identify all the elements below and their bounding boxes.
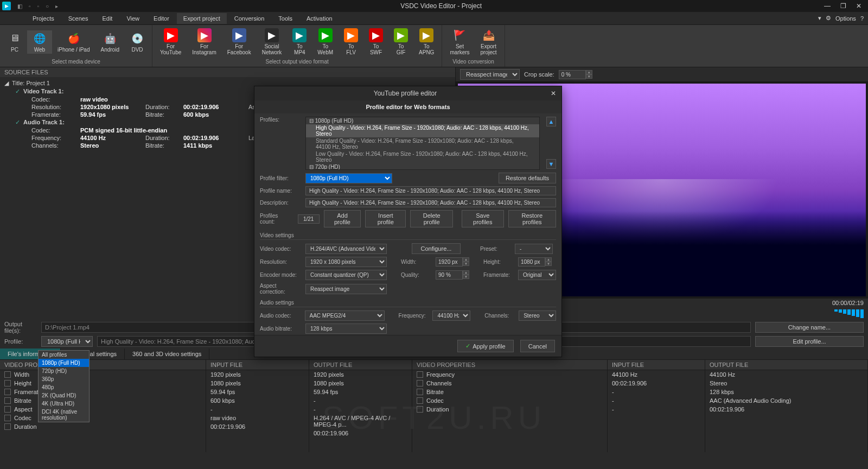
tab-----and--d-video-settings[interactable]: 360 and 3D video settings — [125, 348, 209, 359]
qa-open-icon[interactable]: ▫ — [29, 3, 31, 9]
menu-activation[interactable]: Activation — [300, 13, 339, 24]
audio-codec-select[interactable]: AAC MPEG2/4 — [305, 310, 385, 321]
edit-profile-button[interactable]: Edit profile... — [755, 336, 864, 347]
format-network[interactable]: ▶SocialNetwork — [257, 27, 288, 56]
channels-select[interactable]: Stereo — [519, 310, 556, 321]
options-label[interactable]: Options — [835, 15, 856, 22]
preset-select[interactable]: - — [515, 244, 553, 254]
format-youtube[interactable]: ▶ForYouTube — [155, 27, 187, 56]
profile-dropdown[interactable]: All profiles1080p (Full HD)720p (HD)360p… — [38, 350, 90, 422]
frequency-select[interactable]: 44100 Hz — [432, 310, 470, 321]
format-webm[interactable]: ▶ToWebM — [312, 27, 339, 56]
format-facebook[interactable]: ▶ForFacebook — [222, 27, 257, 56]
crop-spinner[interactable]: ▲▼ — [559, 70, 592, 79]
format-apng[interactable]: ▶ToAPNG — [413, 27, 439, 56]
dropdown-option[interactable]: DCI 4K (native resolution) — [39, 408, 89, 422]
checkbox[interactable] — [4, 397, 11, 404]
configure-button[interactable]: Configure... — [412, 243, 461, 254]
device-pc[interactable]: 🖥PC — [2, 30, 27, 54]
profile-item[interactable]: Low Quality - Video: H.264, Frame Size -… — [306, 150, 539, 163]
resolution-select[interactable]: 1920 x 1080 pixels — [305, 257, 387, 267]
profile-select[interactable]: 1080p (Full HD) — [41, 336, 93, 347]
checkbox[interactable] — [4, 415, 11, 421]
move-up-button[interactable]: ▲ — [546, 117, 556, 126]
dropdown-option[interactable]: 2K (Quad HD) — [39, 391, 89, 400]
insert-profile-button[interactable]: Insert profile — [365, 210, 406, 227]
profile-item[interactable]: Standard Quality - Video: H.264, Frame S… — [306, 137, 539, 150]
format-flv[interactable]: ▶ToFLV — [339, 27, 363, 56]
close-button[interactable]: ✕ — [856, 2, 861, 10]
cancel-button[interactable]: Cancel — [520, 340, 555, 352]
minimize-button[interactable]: — — [824, 2, 831, 10]
height-spinner[interactable]: ▲▼ — [518, 257, 552, 267]
dropdown-option[interactable]: 720p (HD) — [39, 367, 89, 375]
video-codec-select[interactable]: H.264/AVC (Advanced Video Coding — [305, 244, 387, 254]
add-profile-button[interactable]: Add profile — [324, 210, 361, 227]
save-profiles-button[interactable]: Save profiles — [462, 210, 504, 227]
dropdown-option[interactable]: 360p — [39, 375, 89, 383]
prop-row: Codec — [412, 396, 607, 405]
dropdown-option[interactable]: 4K (Ultra HD) — [39, 400, 89, 408]
aspect-correction-select[interactable]: Reaspect image — [305, 284, 387, 294]
checkbox[interactable] — [4, 371, 11, 378]
menu-export-project[interactable]: Export project — [177, 13, 227, 24]
menu-edit[interactable]: Edit — [95, 13, 119, 24]
menu-tools[interactable]: Tools — [272, 13, 299, 24]
format-mp4[interactable]: ▶ToMP4 — [287, 27, 312, 56]
menu-view[interactable]: View — [120, 13, 146, 24]
dropdown-option[interactable]: 480p — [39, 383, 89, 391]
dropdown-option[interactable]: 1080p (Full HD) — [39, 359, 89, 367]
device-dvd[interactable]: 💿DVD — [125, 30, 150, 54]
qa-save-icon[interactable]: ▫ — [37, 3, 40, 9]
profile-filter-select[interactable]: 1080p (Full HD) — [305, 173, 392, 183]
maximize-button[interactable]: ❐ — [840, 2, 846, 10]
device-android[interactable]: 🤖Android — [95, 30, 125, 54]
width-spinner[interactable]: ▲▼ — [436, 257, 469, 267]
profiles-list[interactable]: ⊟ 1080p (Full HD)High Quality - Video: H… — [305, 117, 540, 170]
checkbox[interactable] — [417, 406, 423, 413]
audio-bitrate-select[interactable]: 128 kbps — [305, 324, 387, 334]
quality-spinner[interactable]: ▲▼ — [436, 270, 469, 280]
device-iphoneipad[interactable]: 🍎iPhone / iPad — [52, 30, 95, 54]
checkbox[interactable] — [4, 406, 11, 413]
format-gif[interactable]: ▶ToGIF — [388, 27, 413, 56]
profile-group[interactable]: ⊟ 1080p (Full HD) — [306, 117, 539, 124]
delete-profile-button[interactable]: Delete profile — [410, 210, 453, 227]
checkbox[interactable] — [417, 397, 423, 404]
apply-profile-button[interactable]: ✓Apply profile — [457, 340, 514, 352]
menu-scenes[interactable]: Scenes — [62, 13, 95, 24]
dropdown-arrow-icon[interactable]: ▾ — [818, 15, 821, 22]
restore-defaults-button[interactable]: Restore defaults — [499, 173, 556, 183]
help-icon[interactable]: ? — [860, 15, 864, 22]
device-web[interactable]: 🌐Web — [27, 30, 52, 54]
dropdown-option[interactable]: All profiles — [39, 351, 89, 359]
gear-icon[interactable]: ⚙ — [826, 15, 831, 22]
qa-new-icon[interactable]: ◧ — [17, 3, 22, 9]
restore-profiles-button[interactable]: Restore profiles — [508, 210, 556, 227]
checkbox[interactable] — [417, 380, 423, 386]
qa-undo-icon[interactable]: ○ — [46, 3, 49, 9]
format-swf[interactable]: ▶ToSWF — [363, 27, 388, 56]
menu-projects[interactable]: Projects — [26, 13, 61, 24]
profile-name-input[interactable] — [305, 186, 556, 195]
move-down-button[interactable]: ▼ — [546, 159, 556, 169]
source-header: SOURCE FILES — [0, 67, 455, 77]
checkbox[interactable] — [4, 380, 11, 386]
dialog-close-icon[interactable]: ✕ — [551, 90, 556, 97]
format-instagram[interactable]: ▶ForInstagram — [187, 27, 221, 56]
encoder-mode-select[interactable]: Constant quantizer (QP) — [305, 270, 387, 280]
change-name-button[interactable]: Change name... — [755, 322, 864, 333]
conv-project[interactable]: 📤Exportproject — [475, 27, 502, 56]
menu-conversion[interactable]: Conversion — [228, 13, 271, 24]
checkbox[interactable] — [417, 389, 423, 395]
checkbox[interactable] — [4, 389, 11, 395]
profile-group[interactable]: ⊟ 720p (HD) — [306, 163, 539, 170]
conv-markers[interactable]: 🚩Setmarkers — [444, 27, 475, 56]
framerate-select[interactable]: Original — [518, 270, 556, 280]
checkbox[interactable] — [4, 423, 11, 430]
description-input[interactable] — [305, 198, 556, 207]
aspect-select[interactable]: Reaspect image — [460, 69, 520, 80]
profile-item[interactable]: High Quality - Video: H.264, Frame Size … — [306, 124, 539, 137]
menu-editor[interactable]: Editor — [147, 13, 176, 24]
checkbox[interactable] — [417, 371, 423, 378]
